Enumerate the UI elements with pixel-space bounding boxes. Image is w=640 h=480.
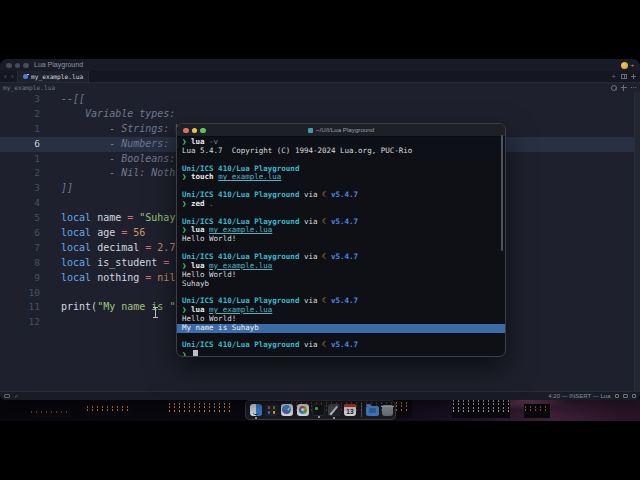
line-number: 6 [0,137,40,152]
terminal-line: Hello World! [182,271,500,280]
minimize-button[interactable] [15,63,21,69]
maximize-pane-icon[interactable] [631,74,637,80]
terminal-line: Hello World! [182,235,500,244]
zed-titlebar[interactable]: Lua Playground + [0,59,640,71]
line-number: 1 [0,122,40,137]
letterbox-bottom [0,421,640,480]
letterbox-top [0,0,640,59]
text-cursor-pointer [155,308,156,317]
dock-trash[interactable] [382,405,393,417]
dock-terminal[interactable] [312,404,325,417]
split-pane-icon[interactable] [621,74,627,80]
more-options-icon[interactable] [631,85,637,91]
line-number: 1 [0,152,40,167]
terminal-line: ❯ touch my_example.lua [182,173,500,182]
screen: 13 Lua Playground + ‹ › my_example.lua [0,0,640,480]
line-number: 7 [0,241,40,256]
dock-divider [361,403,362,417]
dock-folder[interactable] [366,406,379,417]
dock: 13 [245,400,396,420]
notifications-icon[interactable] [632,394,637,399]
terminal-line: Lua 5.4.7 Copyright (C) 1994-2024 Lua.or… [182,147,500,156]
line-number: 8 [0,256,40,271]
line-number: 12 [0,315,40,330]
code-line: 3--[[ [0,92,640,107]
nav-back-icon[interactable]: ‹ [4,71,7,82]
terminal-title: ~/U/I/Lua Playground [177,124,505,136]
running-indicator-dot [255,417,257,419]
diagnostics-check-icon[interactable] [14,393,20,399]
code-line: 2 Variable types: [0,107,640,122]
terminal-line-selected: My name is Suhayb [177,324,505,333]
terminal-line: Uni/ICS 410/Lua Playground via ☾ v5.4.7 [182,341,500,350]
terminal-line: Suhayb [182,280,500,289]
dock-safari[interactable] [281,404,294,417]
inline-assist-icon[interactable] [621,85,627,91]
terminal-line: ❯ [182,350,500,357]
wallpaper-building [30,409,72,418]
terminal-output[interactable]: ❯ lua -vLua 5.4.7 Copyright (C) 1994-202… [177,137,505,357]
dock-zed[interactable] [328,404,341,417]
line-number: 11 [0,300,40,315]
line-number: 2 [0,107,40,122]
wallpaper-building [168,401,234,418]
dock-calendar[interactable]: 13 [344,404,357,417]
wallpaper-building [452,398,510,418]
project-title: Lua Playground [34,59,83,71]
search-icon[interactable] [611,85,617,91]
line-number: 5 [0,211,40,226]
status-bar: 4:20 — INSERT — Lua [0,391,640,400]
tab-my-example-lua[interactable]: my_example.lua [17,71,89,82]
user-avatar[interactable] [621,62,628,69]
wallpaper-building [86,404,132,418]
line-number: 9 [0,271,40,286]
lua-file-icon [23,74,28,79]
terminal-window: ~/U/I/Lua Playground ❯ lua -vLua 5.4.7 C… [176,123,506,357]
line-number: 6 [0,226,40,241]
line-number: 2 [0,166,40,181]
line-number: 4 [0,196,40,211]
terminal-block-cursor [193,350,198,357]
dock-launchpad[interactable] [265,404,278,417]
tab-bar: ‹ › my_example.lua [0,71,640,83]
line-number: 10 [0,286,40,301]
add-collaborator-icon[interactable]: + [630,61,634,69]
terminal-line: ❯ zed . [182,200,500,209]
line-number: 3 [0,92,40,107]
dock-photos[interactable] [297,404,310,417]
right-dock-icon[interactable] [615,394,620,399]
wallpaper-building [524,404,550,418]
new-tab-icon[interactable] [612,74,618,80]
line-number: 3 [0,181,40,196]
assistant-panel-icon[interactable] [623,394,628,399]
editor-scrollbar[interactable] [634,92,640,392]
tab-label: my_example.lua [31,73,83,80]
terminal-panel-icon[interactable] [4,394,10,399]
zoom-button[interactable] [23,63,29,69]
terminal-line: Uni/ICS 410/Lua Playground via ☾ v5.4.7 [182,191,500,200]
folder-icon [308,128,313,133]
terminal-scrollbar[interactable] [501,135,504,251]
cursor-position-and-language[interactable]: 4:20 — INSERT — Lua [548,392,610,400]
close-button[interactable] [6,63,12,69]
calendar-date-label: 13 [344,407,357,416]
terminal-titlebar[interactable]: ~/U/I/Lua Playground [177,124,505,137]
nav-forward-icon[interactable]: › [11,71,14,82]
running-indicator-dot [318,416,320,418]
dock-finder[interactable] [250,404,263,417]
running-indicator-dot [333,417,335,419]
